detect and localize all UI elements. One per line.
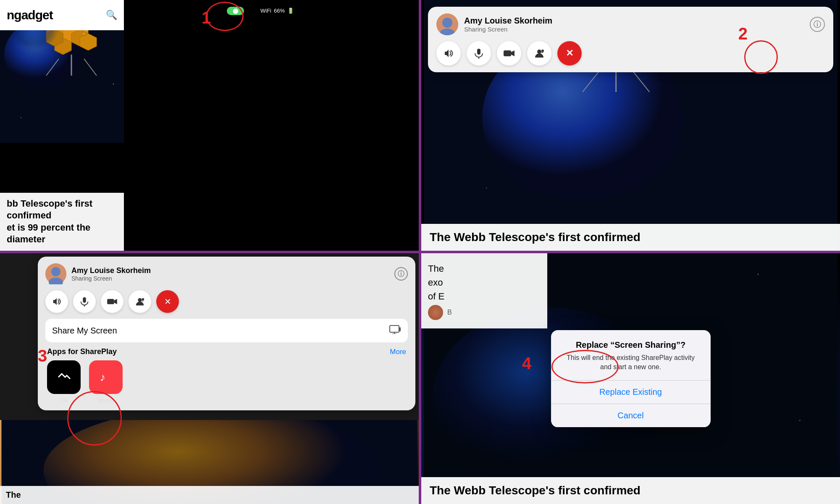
shareplay-button-q2[interactable] [527, 41, 551, 66]
svg-text:♪: ♪ [100, 371, 105, 383]
author-initial-q4: B [447, 309, 452, 316]
panel-header-q3: Amy Louise Skorheim Sharing Screen ⓘ [45, 263, 408, 284]
mic-button-q3[interactable] [73, 290, 96, 313]
speaker-button-q2[interactable] [436, 41, 461, 66]
camera-button-q3[interactable] [101, 290, 123, 313]
hud-name-area-q2: Amy Louise Skorheim Sharing Screen [464, 16, 804, 33]
status-bar-q1: WiFi 66% 🔋 [260, 8, 294, 14]
svg-point-66 [799, 420, 800, 421]
search-icon-q1[interactable]: 🔍 [106, 10, 117, 21]
svg-rect-50 [107, 299, 114, 304]
avatar-svg-q2 [436, 13, 458, 35]
facetime-panel-q3: Amy Louise Skorheim Sharing Screen ⓘ [38, 257, 415, 410]
share-my-screen-row[interactable]: Share My Screen [45, 319, 408, 342]
engadget-header-q1: ngadget 🔍 [0, 0, 124, 30]
hud-name-q2: Amy Louise Skorheim [464, 16, 804, 26]
dialog-actions: Replace Existing Cancel [551, 380, 711, 427]
battery-icon: 🔋 [287, 8, 294, 14]
panel-name-area-q3: Amy Louise Skorheim Sharing Screen [71, 266, 389, 282]
avatar-svg-q3 [45, 263, 66, 284]
facetime-hud-q2: Amy Louise Skorheim Sharing Screen ⓘ [428, 7, 833, 72]
shareplay-title-q3: Apps for SharePlay [47, 347, 117, 356]
svg-point-42 [541, 50, 544, 52]
shareplay-header-q3: Apps for SharePlay More [47, 347, 406, 356]
svg-point-41 [537, 50, 541, 54]
info-button-q2[interactable]: ⓘ [810, 17, 825, 32]
article-text-q2: The Webb Telescope's first confirmed [421, 224, 840, 251]
cancel-button-q4[interactable]: Cancel [551, 404, 711, 427]
panel-controls-q3: ✕ [45, 290, 408, 313]
dialog-message: This will end the existing SharePlay act… [561, 353, 701, 372]
svg-point-16 [84, 33, 85, 34]
q2-content: The Webb Telescope's first confirmed Amy… [421, 0, 840, 251]
hud-header-q2: Amy Louise Skorheim Sharing Screen ⓘ [436, 13, 825, 35]
quadrant-2: The Webb Telescope's first confirmed Amy… [421, 0, 840, 251]
hud-subtitle-q2: Sharing Screen [464, 26, 804, 33]
svg-point-59 [96, 368, 116, 387]
wifi-icon: WiFi [260, 8, 271, 14]
camera-button-q2[interactable] [497, 41, 521, 66]
article-text-q1: bb Telescope's first confirmed et is 99 … [0, 193, 124, 251]
svg-rect-54 [390, 326, 399, 332]
dialog-title: Replace “Screen Sharing”? [561, 340, 701, 350]
engadget-logo-q1: ngadget [7, 8, 53, 22]
shareplay-more-btn-q3[interactable]: More [390, 348, 406, 356]
main-grid: ngadget 🔍 bb Telescope's first confirmed… [0, 0, 840, 504]
black-screen-area [124, 0, 419, 251]
end-call-icon-q2: ✕ [566, 48, 573, 59]
music-icon: ♪ [89, 360, 123, 394]
shareplay-section-q3: Apps for SharePlay More TV ♪ Music [45, 347, 408, 404]
music-icon-item[interactable]: ♪ Music [89, 360, 123, 404]
quadrant-1: ngadget 🔍 bb Telescope's first confirmed… [0, 0, 419, 251]
svg-rect-48 [83, 297, 86, 303]
author-avatar-q4 [428, 305, 443, 320]
apple-tv-icon-item[interactable]: TV [47, 360, 81, 404]
end-call-button-q3[interactable]: ✕ [156, 290, 179, 313]
svg-point-53 [142, 298, 144, 301]
svg-rect-39 [504, 50, 511, 56]
q4-article-author-row: B [428, 305, 541, 320]
leaf-icon: ⬤ [233, 8, 238, 14]
svg-rect-58 [56, 371, 72, 383]
replace-dialog: Replace “Screen Sharing”? This will end … [551, 330, 711, 428]
q3-bottom-text: The [0, 486, 419, 504]
headline-q4: The Webb Telescope's first confirmed [430, 484, 832, 497]
music-label: Music [97, 396, 114, 404]
svg-point-33 [486, 188, 487, 189]
svg-marker-51 [114, 299, 117, 304]
svg-rect-37 [477, 49, 480, 55]
share-screen-label: Share My Screen [52, 326, 117, 336]
svg-point-35 [442, 18, 452, 28]
green-status-indicator: ⬤ [227, 7, 244, 15]
info-button-q3[interactable]: ⓘ [394, 267, 408, 281]
panel-avatar-q3 [45, 263, 66, 284]
screen-share-icon [389, 325, 401, 336]
apple-tv-icon [47, 360, 81, 394]
shareplay-button-q3[interactable] [129, 290, 151, 313]
svg-point-18 [113, 84, 114, 84]
replace-existing-button[interactable]: Replace Existing [551, 381, 711, 404]
svg-rect-57 [399, 327, 401, 331]
mic-button-q2[interactable] [467, 41, 491, 66]
quadrant-4: The exo of E B The Webb Telescope's firs… [421, 253, 840, 504]
panel-subtitle-q3: Sharing Screen [71, 275, 389, 282]
q3-partial-text: The [6, 490, 21, 499]
headline-q2: The Webb Telescope's first confirmed [430, 231, 832, 244]
headline-q1-line2: et is 99 percent the diameter [7, 222, 117, 246]
headline-q1-line1: bb Telescope's first confirmed [7, 198, 117, 222]
end-call-icon-q3: ✕ [164, 297, 171, 307]
app-icons-q3: TV ♪ Music [47, 360, 406, 404]
svg-point-52 [138, 298, 142, 302]
dialog-body: Replace “Screen Sharing”? This will end … [551, 330, 711, 372]
battery-label: 66% [274, 8, 285, 14]
speaker-button-q3[interactable] [45, 290, 68, 313]
q4-article-text: The exo of E [428, 262, 541, 303]
panel-name-q3: Amy Louise Skorheim [71, 266, 389, 275]
svg-point-46 [51, 267, 60, 276]
end-call-button-q2[interactable]: ✕ [557, 41, 582, 66]
quadrant-3: Amy Louise Skorheim Sharing Screen ⓘ [0, 253, 419, 504]
tv-label: TV [60, 396, 68, 404]
svg-point-17 [21, 117, 21, 118]
q4-bottom-headline: The Webb Telescope's first confirmed [421, 477, 840, 504]
svg-point-64 [758, 274, 759, 275]
